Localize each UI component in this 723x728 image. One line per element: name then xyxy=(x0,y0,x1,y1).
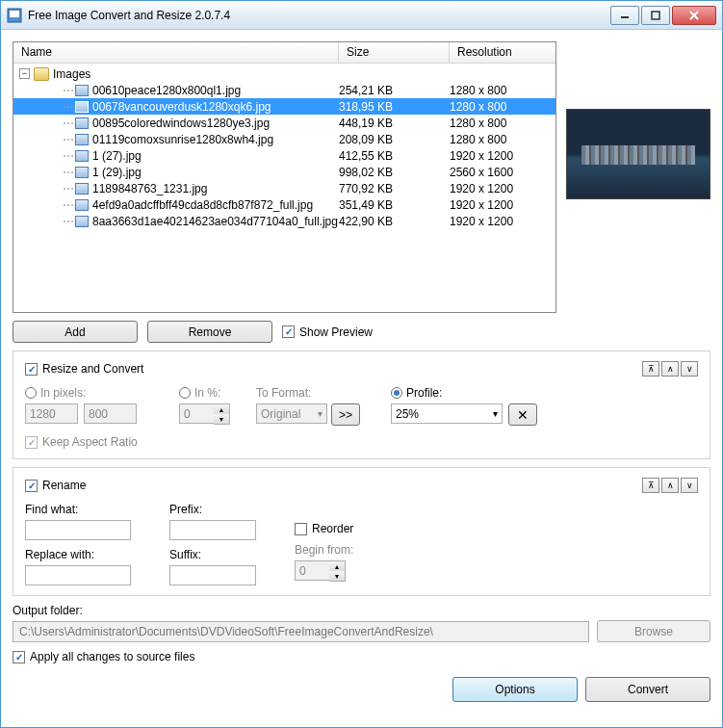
image-file-icon xyxy=(75,85,89,96)
file-row[interactable]: ⋯01119comoxsunrise1280x8wh4.jpg208,09 KB… xyxy=(13,131,555,147)
profile-label: Profile: xyxy=(406,386,442,400)
keep-aspect-checkbox[interactable]: Keep Aspect Ratio xyxy=(25,435,160,449)
profile-combo[interactable]: 25% xyxy=(391,403,503,424)
file-row[interactable]: ⋯00610peace1280x800ql1.jpg254,21 KB1280 … xyxy=(13,82,555,98)
options-button[interactable]: Options xyxy=(452,677,578,702)
image-file-icon xyxy=(75,150,89,162)
to-format-label: To Format: xyxy=(256,386,372,400)
apply-all-checkbox[interactable]: Apply all changes to source files xyxy=(13,650,710,663)
panel-first-button[interactable]: ⊼ xyxy=(642,361,659,377)
check-icon xyxy=(25,480,38,492)
reorder-label: Reorder xyxy=(312,522,353,535)
suffix-input[interactable] xyxy=(169,565,256,585)
file-row[interactable]: ⋯8aa3663d1ae40214623ae034d77104a0_full.j… xyxy=(13,213,555,229)
list-header: Name Size Resolution xyxy=(13,42,555,64)
file-name: 00678vancouverdusk1280xqk6.jpg xyxy=(92,100,271,114)
file-name: 1 (29).jpg xyxy=(92,166,142,179)
rename-enable-checkbox[interactable]: Rename xyxy=(25,479,86,492)
file-size: 254,21 KB xyxy=(339,84,450,97)
image-file-icon xyxy=(75,183,89,195)
col-resolution[interactable]: Resolution xyxy=(450,42,555,63)
panel-down-button[interactable]: ∨ xyxy=(681,478,698,493)
check-icon xyxy=(25,363,38,376)
file-size: 770,92 KB xyxy=(339,182,450,195)
format-combo[interactable]: Original xyxy=(256,403,327,424)
file-size: 998,02 KB xyxy=(339,166,450,179)
width-input[interactable] xyxy=(25,403,78,424)
file-row[interactable]: ⋯00895coloredwindows1280ye3.jpg448,19 KB… xyxy=(13,115,555,131)
image-file-icon xyxy=(75,199,89,211)
file-list-panel: Name Size Resolution − Images ⋯00610peac… xyxy=(13,41,556,313)
preview-pane xyxy=(566,41,710,313)
suffix-label: Suffix: xyxy=(169,548,275,561)
file-resolution: 1920 x 1200 xyxy=(450,149,555,163)
file-size: 318,95 KB xyxy=(339,100,450,114)
convert-button[interactable]: Convert xyxy=(585,677,710,702)
close-button[interactable] xyxy=(672,6,716,25)
check-icon xyxy=(295,523,307,535)
tree-connector-icon: ⋯ xyxy=(62,100,75,114)
file-row[interactable]: ⋯00678vancouverdusk1280xqk6.jpg318,95 KB… xyxy=(13,98,555,115)
spin-up-button[interactable]: ▲ xyxy=(214,404,229,414)
file-name: 1 (27).jpg xyxy=(92,149,142,163)
collapse-icon[interactable]: − xyxy=(19,68,30,79)
percent-input[interactable] xyxy=(179,403,214,424)
rename-title: Rename xyxy=(42,479,86,492)
file-resolution: 2560 x 1600 xyxy=(450,166,555,179)
tree-connector-icon: ⋯ xyxy=(62,215,75,228)
image-file-icon xyxy=(75,117,89,129)
file-size: 448,19 KB xyxy=(339,117,450,130)
profile-radio[interactable] xyxy=(391,387,402,399)
panel-up-button[interactable]: ∧ xyxy=(661,478,679,493)
file-row[interactable]: ⋯1 (27).jpg412,55 KB1920 x 1200 xyxy=(13,147,555,164)
tree-connector-icon: ⋯ xyxy=(62,84,75,97)
check-icon xyxy=(25,436,38,449)
resize-title: Resize and Convert xyxy=(42,362,143,376)
spin-down-button[interactable]: ▼ xyxy=(214,414,229,424)
height-input[interactable] xyxy=(84,403,137,424)
resize-enable-checkbox[interactable]: Resize and Convert xyxy=(25,362,143,376)
file-row[interactable]: ⋯1 (29).jpg998,02 KB2560 x 1600 xyxy=(13,164,555,180)
rename-panel: Rename ⊼ ∧ ∨ Find what: Replace with: Pr… xyxy=(13,467,710,596)
profile-clear-button[interactable]: ✕ xyxy=(508,403,537,426)
add-button[interactable]: Add xyxy=(13,321,138,343)
remove-button[interactable]: Remove xyxy=(147,321,272,343)
minimize-button[interactable] xyxy=(610,6,639,25)
output-path-field[interactable]: C:\Users\Administrator\Documents\DVDVide… xyxy=(13,621,589,642)
file-name: 00895coloredwindows1280ye3.jpg xyxy=(92,117,270,130)
file-size: 412,55 KB xyxy=(339,149,450,163)
format-goto-button[interactable]: >> xyxy=(331,403,360,426)
maximize-button[interactable] xyxy=(641,6,670,25)
show-preview-checkbox[interactable]: Show Preview xyxy=(282,325,373,339)
col-name[interactable]: Name xyxy=(13,42,339,63)
reorder-checkbox[interactable]: Reorder xyxy=(295,522,353,535)
panel-down-button[interactable]: ∨ xyxy=(681,361,698,377)
spin-down-button[interactable]: ▼ xyxy=(329,571,345,581)
show-preview-label: Show Preview xyxy=(299,325,373,339)
panel-first-button[interactable]: ⊼ xyxy=(642,478,659,493)
in-percent-radio[interactable] xyxy=(179,387,191,399)
spin-up-button[interactable]: ▲ xyxy=(329,561,345,571)
check-icon xyxy=(13,651,25,663)
find-what-input[interactable] xyxy=(25,520,131,540)
keep-aspect-label: Keep Aspect Ratio xyxy=(42,435,138,449)
in-pixels-label: In pixels: xyxy=(40,386,86,400)
col-size[interactable]: Size xyxy=(339,42,450,63)
browse-button[interactable]: Browse xyxy=(597,620,710,642)
folder-row[interactable]: − Images xyxy=(13,65,555,82)
file-row[interactable]: ⋯1189848763_1231.jpg770,92 KB1920 x 1200 xyxy=(13,180,555,196)
file-row[interactable]: ⋯4efd9a0adcffbff49cda8d8cfb87f872_full.j… xyxy=(13,196,555,213)
begin-from-input[interactable] xyxy=(295,560,329,581)
in-pixels-radio[interactable] xyxy=(25,387,37,399)
image-file-icon xyxy=(75,167,89,178)
file-name: 4efd9a0adcffbff49cda8d8cfb87f872_full.jp… xyxy=(92,198,313,212)
replace-with-input[interactable] xyxy=(25,565,131,585)
panel-up-button[interactable]: ∧ xyxy=(661,361,679,377)
image-file-icon xyxy=(75,216,89,227)
prefix-input[interactable] xyxy=(169,520,256,540)
svg-rect-1 xyxy=(10,11,19,17)
tree-connector-icon: ⋯ xyxy=(62,133,75,146)
file-resolution: 1920 x 1200 xyxy=(450,198,555,212)
in-percent-label: In %: xyxy=(194,386,220,400)
check-icon xyxy=(282,325,295,338)
